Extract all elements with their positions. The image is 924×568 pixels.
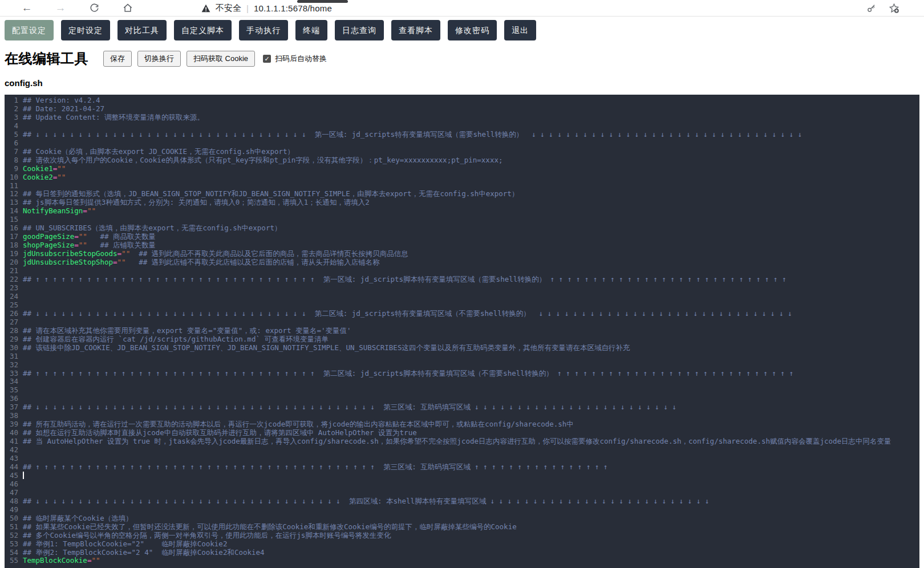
nav-item-2[interactable]: 对比工具 [117,20,167,40]
code-line[interactable]: 38 [5,412,919,420]
home-button[interactable] [121,2,134,14]
code-line[interactable]: 54## 举例2: TempBlockCookie="2 4" 临时屏蔽掉Coo… [5,549,919,557]
code-line[interactable]: 21 [5,267,919,275]
code-line[interactable]: 15 [5,216,919,224]
code-line[interactable]: 47 [5,489,919,497]
code-line[interactable]: 29## 创建容器后在容器内运行 `cat /jd/scripts/github… [5,335,919,344]
code-line[interactable]: 12## 每日签到的通知形式（选填，JD_BEAN_SIGN_STOP_NOTI… [5,190,919,198]
nav-item-1[interactable]: 定时设定 [61,20,110,40]
code-line[interactable]: 32 [5,361,919,370]
security-badge[interactable]: 不安全 [216,3,241,14]
code-line[interactable]: 53## 举例1: TempBlockCookie="2" 临时屏蔽掉Cooki… [5,540,919,549]
code-line[interactable]: 22## ↑ ↑ ↑ ↑ ↑ ↑ ↑ ↑ ↑ ↑ ↑ ↑ ↑ ↑ ↑ ↑ ↑ ↑… [5,275,919,284]
line-content: ## ↑ ↑ ↑ ↑ ↑ ↑ ↑ ↑ ↑ ↑ ↑ ↑ ↑ ↑ ↑ ↑ ↑ ↑ ↑… [23,275,791,284]
forward-button[interactable]: → [54,2,67,14]
code-line[interactable]: 11 [5,182,919,190]
code-line[interactable]: 26## ↓ ↓ ↓ ↓ ↓ ↓ ↓ ↓ ↓ ↓ ↓ ↓ ↓ ↓ ↓ ↓ ↓ ↓… [5,310,919,318]
code-line[interactable]: 51## 如果某些Cookie已经失效了，但暂时还没法更新，可以使用此功能在不删… [5,523,919,532]
code-line[interactable]: 30## 该链接中除JD_COOKIE、JD_BEAN_SIGN_STOP_NO… [5,344,919,352]
nav-item-7[interactable]: 查看脚本 [391,20,440,40]
code-line[interactable]: 4 [5,122,919,131]
line-number: 8 [5,156,23,165]
code-line[interactable]: 14NotifyBeanSign="" [5,207,919,216]
nav-item-0[interactable]: 配置设定 [5,20,54,40]
code-line[interactable]: 45 [5,472,919,480]
code-line[interactable]: 19jdUnsubscribeStopGoods="" ## 遇到此商品不再取关… [5,250,919,258]
code-line[interactable]: 6 [5,139,919,148]
line-content: Cookie2="" [23,173,66,182]
nav-item-3[interactable]: 自定义脚本 [174,20,232,40]
code-line[interactable]: 44## ↑ ↑ ↑ ↑ ↑ ↑ ↑ ↑ ↑ ↑ ↑ ↑ ↑ ↑ ↑ ↑ ↑ ↑… [5,463,919,472]
code-line[interactable]: 33## ↑ ↑ ↑ ↑ ↑ ↑ ↑ ↑ ↑ ↑ ↑ ↑ ↑ ↑ ↑ ↑ ↑ ↑… [5,370,919,378]
code-line[interactable]: 3## Update Content: 调整环境变量清单的获取来源。 [5,113,919,122]
auto-replace-checkbox[interactable]: ✓ [263,55,271,63]
line-content: ## Date: 2021-04-27 [23,105,104,113]
file-name: config.sh [5,78,924,88]
line-number: 40 [5,429,23,437]
line-number: 16 [5,224,23,233]
line-number: 36 [5,395,23,403]
code-line[interactable]: 41## 当 AutoHelpOther 设置为 true 时，jtask会先导… [5,437,919,446]
line-number: 7 [5,148,23,156]
code-line[interactable]: 2## Date: 2021-04-27 [5,105,919,113]
code-line[interactable]: 50## 临时屏蔽某个Cookie（选填） [5,514,919,523]
code-line[interactable]: 37## ↓ ↓ ↓ ↓ ↓ ↓ ↓ ↓ ↓ ↓ ↓ ↓ ↓ ↓ ↓ ↓ ↓ ↓… [5,403,919,412]
code-line[interactable]: 9Cookie1="" [5,165,919,173]
code-line[interactable]: 34 [5,378,919,386]
editor-toolbar: 在线编辑工具 保存 切换换行 扫码获取 Cookie ✓ 扫码后自动替换 [5,50,924,68]
key-icon [866,3,876,13]
code-line[interactable]: 36 [5,395,919,403]
line-content: ## 该链接中除JD_COOKIE、JD_BEAN_SIGN_STOP_NOTI… [23,344,630,352]
nav-item-8[interactable]: 修改密码 [448,20,497,40]
password-key-button[interactable] [865,2,877,14]
nav-item-9[interactable]: 退出 [504,20,536,40]
code-line[interactable]: 18shopPageSize="" ## 店铺取关数量 [5,241,919,250]
code-line[interactable]: 55TempBlockCookie="" [5,557,919,565]
code-line[interactable]: 52## 多个Cookie编号以半角的空格分隔，两侧一对半角双引号，使用此功能后… [5,532,919,540]
line-number: 21 [5,267,23,275]
code-line[interactable]: 35 [5,386,919,395]
line-number: 5 [5,131,23,139]
nav-bar: 配置设定定时设定对比工具自定义脚本手动执行终端日志查询查看脚本修改密码退出 [0,17,924,40]
nav-item-5[interactable]: 终端 [295,20,327,40]
code-line[interactable]: 27 [5,318,919,327]
code-line[interactable]: 28## 请在本区域补充其他你需要用到变量，export 变量名="变量值"，或… [5,327,919,335]
nav-item-4[interactable]: 手动执行 [239,20,288,40]
code-line[interactable]: 24 [5,293,919,301]
line-number: 24 [5,293,23,301]
code-line[interactable]: 5## ↓ ↓ ↓ ↓ ↓ ↓ ↓ ↓ ↓ ↓ ↓ ↓ ↓ ↓ ↓ ↓ ↓ ↓ … [5,131,919,139]
code-line[interactable]: 46 [5,480,919,489]
code-line[interactable]: 17goodPageSize="" ## 商品取关数量 [5,233,919,241]
line-number: 42 [5,446,23,455]
code-line[interactable]: 16## UN_SUBSCRIBES（选填，由脚本去export，无需在conf… [5,224,919,233]
add-favorite-button[interactable] [887,2,900,14]
code-line[interactable]: 39## 所有互助码活动，请在运行过一次需要互助的活动脚本以后，再运行一次jco… [5,420,919,429]
code-line[interactable]: 23 [5,284,919,293]
code-line[interactable]: 8## 请依次填入每个用户的Cookie，Cookie的具体形式（只有pt_ke… [5,156,919,165]
refresh-button[interactable] [88,2,100,14]
code-line[interactable]: 49 [5,506,919,514]
toggle-wrap-button[interactable]: 切换换行 [137,51,181,67]
code-line[interactable]: 43 [5,455,919,463]
code-line[interactable]: 20jdUnsubscribeStopShop="" ## 遇到此店铺不再取关此… [5,258,919,267]
code-line[interactable]: 10Cookie2="" [5,173,919,182]
line-number: 48 [5,497,23,506]
line-number: 25 [5,301,23,310]
back-button[interactable]: ← [21,2,33,14]
code-editor[interactable]: 1## Version: v4.2.42## Date: 2021-04-273… [5,95,919,568]
code-line[interactable]: 31 [5,352,919,361]
code-line[interactable]: 25 [5,301,919,310]
line-content: ## ↓ ↓ ↓ ↓ ↓ ↓ ↓ ↓ ↓ ↓ ↓ ↓ ↓ ↓ ↓ ↓ ↓ ↓ ↓… [23,497,714,506]
scan-cookie-button[interactable]: 扫码获取 Cookie [187,51,255,67]
address-bar[interactable]: 不安全 | 10.1.1.1:5678/home [201,3,332,14]
url-text[interactable]: 10.1.1.1:5678/home [254,3,332,13]
code-line[interactable]: 1## Version: v4.2.4 [5,96,919,105]
code-line[interactable]: 40## 如想在运行互助活动脚本时直接从jcode中自动获取互助码并进行互助，请… [5,429,919,437]
save-button[interactable]: 保存 [103,51,132,67]
code-line[interactable]: 7## Cookie（必填，由脚本去export JD_COOKIE，无需在co… [5,148,919,156]
nav-item-6[interactable]: 日志查询 [335,20,384,40]
code-line[interactable]: 42 [5,446,919,455]
code-line[interactable]: 13## js脚本每日签到提供3种通知方式，分别为: 关闭通知，请填入0；简洁通… [5,198,919,207]
line-number: 26 [5,310,23,318]
code-line[interactable]: 48## ↓ ↓ ↓ ↓ ↓ ↓ ↓ ↓ ↓ ↓ ↓ ↓ ↓ ↓ ↓ ↓ ↓ ↓… [5,497,919,506]
